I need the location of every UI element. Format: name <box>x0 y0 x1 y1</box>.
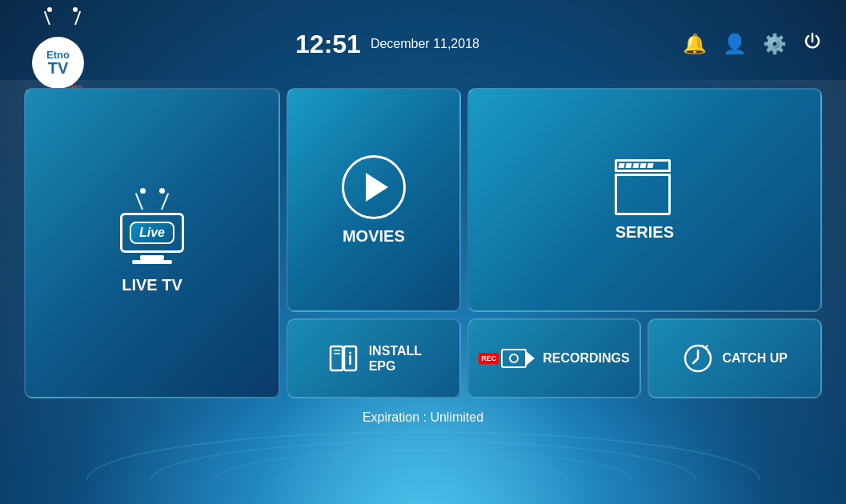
header: Etno TV plus 12:51 December 11,2018 🔔 👤 … <box>0 0 846 88</box>
logo-inner: Etno TV plus <box>32 37 84 89</box>
date-display: December 11,2018 <box>371 37 479 51</box>
header-center: 12:51 December 11,2018 <box>92 30 683 59</box>
play-icon <box>342 155 406 219</box>
install-epg-card[interactable]: INSTALL EPG <box>287 318 461 398</box>
series-card[interactable]: SERIES <box>467 88 822 312</box>
live-tv-label: LIVE TV <box>122 276 182 294</box>
time-display: 12:51 <box>295 30 361 59</box>
recordings-icon: REC <box>479 349 535 368</box>
movies-label: MOVIES <box>343 227 405 246</box>
footer: Expiration : Unlimited <box>0 398 846 437</box>
series-label: SERIES <box>615 223 674 242</box>
settings-icon[interactable]: ⚙️ <box>763 33 787 55</box>
catch-up-label: CATCH UP <box>722 350 787 366</box>
install-epg-label2: EPG <box>369 358 396 374</box>
catch-up-card[interactable]: CATCH UP <box>648 318 822 398</box>
power-icon[interactable] <box>803 32 822 56</box>
epg-icon <box>326 341 361 376</box>
profile-icon[interactable]: 👤 <box>723 33 747 55</box>
movies-card[interactable]: MOVIES <box>287 88 461 312</box>
logo-container: Etno TV plus <box>24 10 92 78</box>
series-icon <box>615 159 675 215</box>
catch-up-icon <box>682 342 714 374</box>
svg-point-9 <box>349 352 351 354</box>
play-triangle <box>366 173 388 202</box>
main-grid: Live LIVE TV MOVIES SERIES <box>0 88 846 398</box>
logo-etno-text: Etno <box>46 50 70 60</box>
logo: Etno TV plus <box>24 10 92 78</box>
notification-icon[interactable]: 🔔 <box>683 33 707 55</box>
install-epg-label1: INSTALL <box>369 343 422 358</box>
expiration-text: Expiration : Unlimited <box>363 410 483 424</box>
recordings-card[interactable]: REC RECORDINGS <box>467 318 642 398</box>
tv-screen: Live <box>120 213 184 253</box>
header-icons: 🔔 👤 ⚙️ <box>683 32 822 56</box>
recordings-label: RECORDINGS <box>543 350 629 366</box>
logo-tv-text: TV <box>48 60 69 76</box>
live-tv-icon: Live <box>120 192 184 264</box>
live-tv-card[interactable]: Live LIVE TV <box>24 88 280 398</box>
live-badge: Live <box>130 222 174 244</box>
